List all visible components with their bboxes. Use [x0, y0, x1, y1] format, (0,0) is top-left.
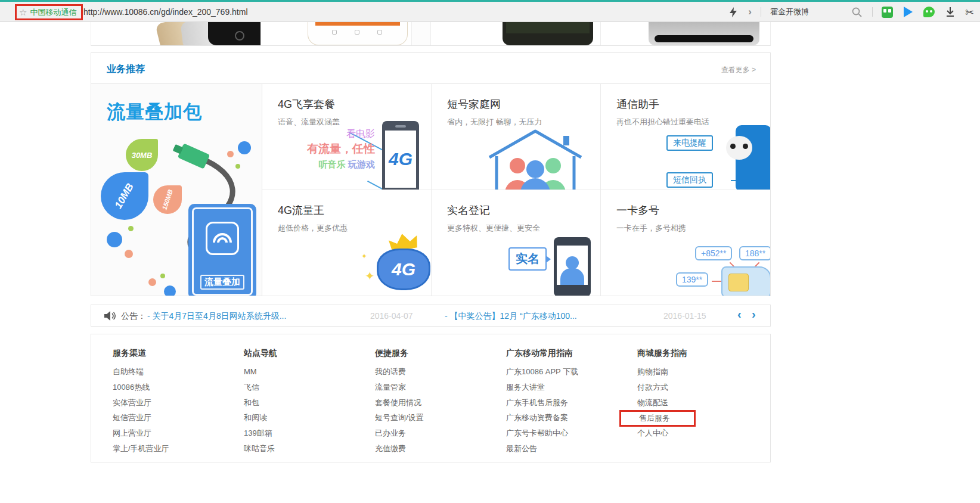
screenshot-scissors-icon[interactable]: ✂ [965, 6, 974, 18]
footer-link[interactable]: 流量管家 [375, 380, 424, 395]
prev-announcement-button[interactable]: ‹ [737, 308, 742, 321]
footer-link[interactable]: 购物指南 [637, 364, 696, 380]
dot [148, 278, 156, 286]
footer-link[interactable]: 套餐使用情况 [375, 395, 424, 411]
phone-image-4[interactable] [601, 22, 770, 45]
footer-link[interactable]: 网上营业厅 [113, 426, 169, 441]
chat-bubble-icon[interactable] [923, 6, 935, 18]
search-hotword[interactable]: 霍金开微博 [770, 7, 809, 17]
phone-image-3[interactable] [431, 22, 601, 45]
footer-link[interactable]: 服务大讲堂 [506, 380, 578, 395]
badge-4g: 4G [377, 249, 430, 290]
service-cell-4g-data-king[interactable]: 4G流量王 超低价格，更多优惠 4G ✦ ✦ [262, 190, 432, 296]
download-icon[interactable] [944, 6, 956, 18]
bookmark-label[interactable]: 中国移动通信 [30, 7, 76, 18]
tag-sms-receipt: 短信回执 [666, 172, 713, 188]
service-title: 4G流量王 [278, 203, 431, 218]
search-icon[interactable] [851, 6, 863, 18]
footer-link[interactable]: 个人中心 [637, 426, 696, 441]
footer-link[interactable]: 付款方式 [637, 380, 696, 395]
service-cell-family-net[interactable]: 短号家庭网 省内，无限打 畅聊，无压力 [432, 84, 601, 190]
service-cell-multi-number[interactable]: 一卡多号 一卡在手，多号相携 +852** 188** 139** [601, 190, 770, 296]
dot [227, 151, 234, 157]
toolbar-right-cluster: › 霍金开微博 ✂ [727, 4, 974, 20]
footer-heading: 便捷服务 [375, 346, 424, 364]
dark-phone-image [503, 22, 593, 45]
toolbar-divider [761, 7, 761, 17]
dot [238, 141, 251, 154]
announcement-date-2: 2016-01-15 [663, 311, 706, 321]
footer-link[interactable]: 充值缴费 [375, 441, 424, 457]
footer-link[interactable]: 我的话费 [375, 364, 424, 380]
view-more-link[interactable]: 查看更多 > [721, 65, 756, 75]
footer-link[interactable]: 广东号卡帮助中心 [506, 426, 578, 441]
promo-panel-data-addon[interactable]: 流量叠加包 30MB 10MB 150MB 流量叠加 [91, 84, 262, 296]
footer-link[interactable]: 广东10086 APP 下载 [506, 364, 578, 380]
footer-link-after-sales-highlighted[interactable]: 售后服务 [619, 410, 696, 427]
bookmark-highlight-box[interactable]: ☆ 中国移动通信 [15, 4, 83, 20]
footer-link[interactable]: 广东手机售后服务 [506, 395, 578, 411]
art-music-text: 听音乐 [319, 159, 346, 169]
phone-image-2[interactable] [261, 22, 431, 45]
footer-link[interactable]: MM [244, 364, 277, 380]
white-phone-image [308, 22, 408, 45]
footer-link[interactable]: 短号查询/设置 [375, 410, 424, 426]
service-title: 一卡多号 [616, 203, 770, 218]
service-cell-comm-assistant[interactable]: 通信助手 再也不用担心错过重要电话 来电提醒 短信回执 [601, 84, 770, 190]
expand-chevron-icon[interactable]: › [748, 6, 752, 18]
footer-link[interactable]: 咪咕音乐 [244, 441, 277, 457]
footer-link[interactable]: 10086热线 [113, 380, 169, 395]
service-title: 短号家庭网 [447, 97, 600, 111]
announcement-link-1[interactable]: - 关于4月7日至4月8日网站系统升级... [147, 311, 286, 322]
product-carousel-strip [91, 22, 771, 46]
number-tag-139: 139** [676, 272, 708, 287]
white-box-image [411, 22, 431, 45]
number-tag-188: 188** [739, 246, 770, 260]
footer-link[interactable]: 已办业务 [375, 426, 424, 441]
footer-link[interactable]: 广东移动资费备案 [506, 410, 578, 426]
phone-4g-graphic: 4G [382, 121, 419, 190]
sim-card-graphic [721, 266, 770, 296]
toolbar-divider [872, 7, 873, 17]
china-mobile-logo [206, 222, 239, 255]
sparkle-icon: ✦ [365, 269, 375, 283]
footer-link[interactable]: 物流配送 [637, 395, 696, 411]
footer-link[interactable]: 飞信 [244, 380, 277, 395]
business-recommend-section: 业务推荐 查看更多 > 流量叠加包 30MB 10MB 150MB 流量叠加 [91, 52, 771, 296]
section-title: 业务推荐 [107, 63, 145, 76]
lightning-icon[interactable] [727, 6, 739, 18]
address-bar-url[interactable]: http://www.10086.cn/gd/index_200_769.htm… [83, 7, 248, 17]
footer-link[interactable]: 掌上/手机营业厅 [113, 441, 169, 457]
footer-link[interactable]: 和包 [244, 395, 277, 411]
footer-link[interactable]: 139邮箱 [244, 426, 277, 441]
footer-link[interactable]: 自助终端 [113, 364, 169, 380]
next-announcement-button[interactable]: › [752, 308, 756, 321]
play-app-icon[interactable] [903, 6, 914, 18]
drop-30mb: 30MB [126, 139, 158, 171]
footer-link[interactable]: 最新公告 [506, 441, 578, 457]
dot [107, 232, 122, 247]
phone-image-1[interactable] [91, 22, 261, 45]
footer-heading: 商城服务指南 [637, 346, 696, 364]
footer-heading: 广东移动常用指南 [506, 346, 578, 364]
footer-link[interactable]: 短信营业厅 [113, 410, 169, 426]
black-phone-image [208, 22, 261, 45]
browser-toolbar: ☆ 中国移动通信 http://www.10086.cn/gd/index_20… [0, 0, 980, 22]
footer-link[interactable]: 实体营业厅 [113, 395, 169, 411]
green-app-icon[interactable] [882, 6, 894, 18]
footer-column-site-nav: 站点导航 MM 飞信 和包 和阅读 139邮箱 咪咕音乐 [244, 346, 277, 457]
service-cell-4g-plan[interactable]: 4G飞享套餐 语音、流量双涵盖 4G 看电影 有流量，任性 听音乐 玩游戏 [262, 84, 432, 190]
announcement-link-2[interactable]: - 【中奖公告】12月 “广东移动100... [445, 311, 577, 322]
sparkle-icon: ✦ [361, 252, 367, 260]
data-addon-card-graphic: 流量叠加 [188, 204, 256, 296]
art-text-lines: 看电影 有流量，任性 听音乐 玩游戏 [307, 127, 375, 171]
dot [235, 164, 240, 169]
dot [128, 226, 134, 231]
speaker-icon [104, 311, 116, 321]
badge-4g: 4G [385, 131, 416, 188]
tag-call-reminder: 来电提醒 [666, 135, 713, 151]
service-cell-real-name[interactable]: 实名登记 更多特权、更便捷、更安全 实名 [432, 190, 601, 296]
assistant-phone-graphic [736, 125, 770, 190]
footer-link[interactable]: 和阅读 [244, 410, 277, 426]
star-icon[interactable]: ☆ [19, 8, 27, 17]
